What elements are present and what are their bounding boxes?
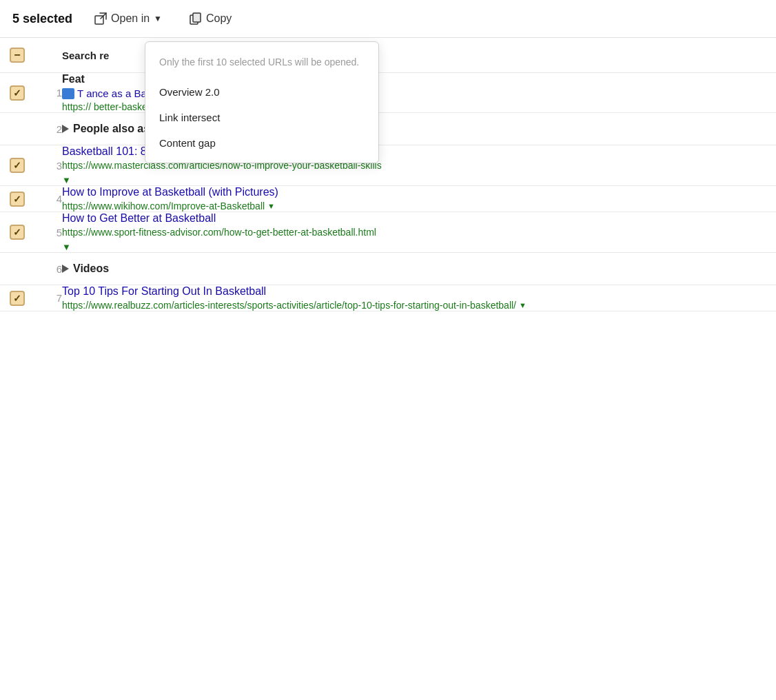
row7-url-line: https://www.realbuzz.com/articles-intere… xyxy=(62,300,776,311)
selected-count: 5 selected xyxy=(12,12,72,26)
triangle-right-icon-videos xyxy=(62,265,69,273)
row3-expand-icon[interactable]: ▼ xyxy=(62,175,71,185)
header-row: Search re xyxy=(0,38,776,73)
table-row: 3 Basketball 101: 8 Ways to Improve Your… xyxy=(0,145,776,186)
table-row-people-also-ask: 2 People also ask xyxy=(0,113,776,145)
copy-label: Copy xyxy=(206,12,232,25)
open-in-icon xyxy=(94,12,107,25)
chevron-down-icon: ▼ xyxy=(154,14,162,23)
row6-expandable[interactable]: Videos xyxy=(62,262,776,275)
row4-num: 4 xyxy=(57,193,62,205)
copy-button[interactable]: Copy xyxy=(184,10,237,28)
row3-checkbox[interactable] xyxy=(10,158,25,173)
row5-expand-icon[interactable]: ▼ xyxy=(62,242,71,252)
open-in-dropdown: Only the first 10 selected URLs will be … xyxy=(145,41,379,163)
row7-url-dropdown-icon[interactable]: ▼ xyxy=(519,301,527,309)
row7-title-link[interactable]: Top 10 Tips For Starting Out In Basketba… xyxy=(62,285,266,297)
dropdown-item-link-intersect[interactable]: Link intersect xyxy=(145,105,378,130)
results-table: Search re 1 Feat T ance as a Basketball … xyxy=(0,38,776,311)
row5-title-link[interactable]: How to Get Better at Basketball xyxy=(62,212,216,224)
svg-rect-3 xyxy=(193,13,201,22)
dropdown-hint: Only the first 10 selected URLs will be … xyxy=(145,49,378,79)
row2-label: People also ask xyxy=(73,123,156,135)
row1-hss-link[interactable]: T xyxy=(77,88,83,99)
table-row-videos: 6 Videos xyxy=(0,253,776,285)
dropdown-item-overview[interactable]: Overview 2.0 xyxy=(145,79,378,105)
row7-num: 7 xyxy=(57,292,62,304)
image-icon xyxy=(62,88,74,99)
row6-label: Videos xyxy=(73,262,109,275)
row3-num: 3 xyxy=(57,160,62,172)
row4-url-line: https://www.wikihow.com/Improve-at-Baske… xyxy=(62,200,776,212)
row2-num: 2 xyxy=(57,123,62,135)
row7-content: Top 10 Tips For Starting Out In Basketba… xyxy=(62,285,776,311)
row4-checkbox[interactable] xyxy=(10,192,25,207)
row4-url[interactable]: https://www.wikihow.com/Improve-at-Baske… xyxy=(62,200,265,212)
toolbar: 5 selected Open in ▼ Copy Only the first… xyxy=(0,0,776,38)
row7-checkbox[interactable] xyxy=(10,291,25,306)
row7-url[interactable]: https://www.realbuzz.com/articles-intere… xyxy=(62,300,516,311)
triangle-right-icon xyxy=(62,125,69,133)
row4-url-dropdown-icon[interactable]: ▼ xyxy=(267,202,275,210)
open-in-label: Open in xyxy=(111,12,150,25)
header-label: Search re xyxy=(62,50,109,61)
row1-checkbox[interactable] xyxy=(10,85,25,101)
table-row: 5 How to Get Better at Basketball https:… xyxy=(0,212,776,253)
row5-checkbox[interactable] xyxy=(10,225,25,240)
row5-num: 5 xyxy=(57,227,62,238)
row6-num: 6 xyxy=(57,263,62,275)
table-row: 4 How to Improve at Basketball (with Pic… xyxy=(0,186,776,212)
row5-content: How to Get Better at Basketball https://… xyxy=(62,212,776,252)
copy-icon xyxy=(190,12,202,25)
row5-url[interactable]: https://www.sport-fitness-advisor.com/ho… xyxy=(62,227,376,238)
select-all-checkbox[interactable] xyxy=(10,48,25,63)
row4-content: How to Improve at Basketball (with Pictu… xyxy=(62,186,776,212)
row5-url-line: https://www.sport-fitness-advisor.com/ho… xyxy=(62,227,776,238)
row1-url[interactable]: https:// xyxy=(62,101,91,112)
dropdown-item-content-gap[interactable]: Content gap xyxy=(145,130,378,156)
row4-title-link[interactable]: How to Improve at Basketball (with Pictu… xyxy=(62,186,278,198)
table-row: 7 Top 10 Tips For Starting Out In Basket… xyxy=(0,285,776,311)
table-row: 1 Feat T ance as a Basketball Player - H… xyxy=(0,73,776,113)
row1-num: 1 xyxy=(57,87,62,99)
open-in-button[interactable]: Open in ▼ xyxy=(89,10,167,28)
